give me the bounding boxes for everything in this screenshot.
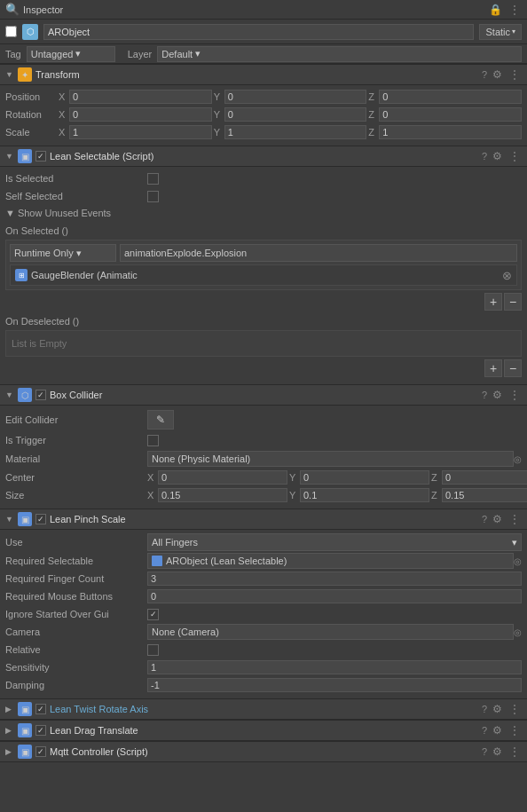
lean-pinch-settings-icon[interactable]: ⚙	[491, 512, 504, 526]
box-collider-enabled-checkbox[interactable]	[35, 390, 46, 400]
lean-pinch-help-icon[interactable]: ?	[482, 514, 487, 524]
req-selectable-field: ARObject (Lean Selectable)	[147, 553, 514, 569]
box-collider-settings-icon[interactable]: ⚙	[491, 388, 504, 402]
material-row: Material None (Physic Material) ◎	[5, 450, 522, 468]
camera-target-icon[interactable]: ◎	[514, 627, 522, 637]
lean-selectable-enabled-checkbox[interactable]	[35, 151, 46, 162]
lean-twist-section-header[interactable]: ▶ ▣ Lean Twist Rotate Axis ? ⚙ ⋮	[0, 698, 527, 720]
lean-pinch-enabled-checkbox[interactable]	[35, 514, 46, 524]
lean-drag-help-icon[interactable]: ?	[482, 725, 487, 736]
transform-settings-icon[interactable]: ⚙	[491, 67, 504, 82]
rotation-x-input[interactable]	[69, 107, 212, 122]
transform-section-header[interactable]: ▼ ✦ Transform ? ⚙ ⋮	[0, 64, 527, 85]
lean-drag-menu-icon[interactable]: ⋮	[507, 723, 522, 737]
lean-drag-icon: ▣	[18, 723, 32, 737]
lean-twist-enabled-checkbox[interactable]	[35, 704, 46, 714]
on-deselected-remove-button[interactable]: −	[504, 359, 522, 377]
rotation-y-input[interactable]	[224, 107, 367, 122]
object-active-checkbox[interactable]	[5, 26, 17, 37]
mqtt-settings-icon[interactable]: ⚙	[491, 745, 504, 759]
lean-selectable-settings-icon[interactable]: ⚙	[491, 149, 504, 163]
position-z-input[interactable]	[379, 90, 522, 104]
static-button[interactable]: Static ▾	[479, 24, 522, 40]
position-y-input[interactable]	[224, 90, 367, 104]
scale-x-label: X	[59, 127, 67, 138]
box-collider-section-header[interactable]: ▼ ⬡ Box Collider ? ⚙ ⋮	[0, 384, 527, 406]
req-selectable-label: Required Selectable	[5, 556, 147, 566]
show-unused-events-toggle[interactable]: ▼ Show Unused Events	[5, 206, 522, 220]
on-selected-add-button[interactable]: +	[484, 293, 502, 311]
req-mouse-input[interactable]	[147, 589, 522, 603]
scale-y-input[interactable]	[224, 125, 367, 139]
material-target-icon[interactable]: ◎	[514, 454, 522, 464]
menu-icon[interactable]: ⋮	[507, 3, 522, 17]
is-trigger-row: Is Trigger	[5, 432, 522, 448]
mqtt-help-icon[interactable]: ?	[482, 746, 487, 757]
runtime-only-dropdown[interactable]: Runtime Only ▾	[10, 244, 116, 262]
rotation-row: Rotation X Y Z	[5, 106, 522, 122]
use-dropdown[interactable]: All Fingers ▾	[147, 533, 522, 551]
is-trigger-checkbox[interactable]	[147, 435, 159, 446]
tag-dropdown[interactable]: Untagged ▾	[27, 46, 115, 62]
inspector-header-left: 🔍 Inspector	[5, 3, 63, 16]
rotation-z-input[interactable]	[379, 107, 522, 122]
transform-help-icon[interactable]: ?	[482, 69, 487, 80]
func-input[interactable]	[120, 244, 517, 262]
relative-checkbox[interactable]	[147, 644, 159, 656]
use-value: All Fingers	[152, 537, 509, 548]
rotation-z-item: Z	[368, 107, 522, 122]
lean-twist-help-icon[interactable]: ?	[482, 704, 487, 714]
lean-selectable-content: Is Selected Self Selected ▼ Show Unused …	[0, 167, 527, 384]
lean-pinch-menu-icon[interactable]: ⋮	[507, 512, 522, 526]
position-x-input[interactable]	[69, 90, 212, 104]
req-selectable-row: Required Selectable ARObject (Lean Selec…	[5, 553, 522, 569]
edit-collider-button[interactable]: ✎	[147, 410, 174, 430]
lean-drag-section-header[interactable]: ▶ ▣ Lean Drag Translate ? ⚙ ⋮	[0, 720, 527, 741]
box-collider-help-icon[interactable]: ?	[482, 390, 487, 400]
lock-icon[interactable]: 🔒	[487, 3, 504, 17]
lean-selectable-section-header[interactable]: ▼ ▣ Lean Selectable (Script) ? ⚙ ⋮	[0, 146, 527, 167]
ignore-gui-checkbox[interactable]	[147, 609, 159, 620]
lean-drag-enabled-checkbox[interactable]	[35, 725, 46, 736]
req-selectable-target-icon[interactable]: ◎	[514, 556, 522, 566]
handler-remove-icon[interactable]: ⊗	[502, 269, 512, 282]
center-y-input[interactable]	[300, 470, 429, 485]
lean-drag-settings-icon[interactable]: ⚙	[491, 723, 504, 737]
mqtt-enabled-checkbox[interactable]	[35, 746, 46, 757]
position-label: Position	[5, 91, 59, 102]
is-selected-checkbox[interactable]	[147, 173, 159, 185]
sensitivity-input[interactable]	[147, 660, 522, 674]
lean-selectable-title: Lean Selectable (Script)	[50, 151, 478, 162]
self-selected-checkbox[interactable]	[147, 191, 159, 202]
transform-menu-icon[interactable]: ⋮	[507, 67, 522, 82]
center-z-input[interactable]	[442, 470, 527, 485]
ignore-gui-label: Ignore Started Over Gui	[5, 609, 147, 619]
lean-drag-title: Lean Drag Translate	[50, 725, 478, 736]
scale-z-input[interactable]	[379, 125, 522, 139]
on-selected-label: On Selected ()	[5, 224, 522, 238]
object-name-input[interactable]	[43, 24, 474, 40]
scale-x-input[interactable]	[69, 125, 212, 139]
center-x-input[interactable]	[158, 470, 287, 485]
size-x-input[interactable]	[158, 488, 287, 502]
rotation-xyz: X Y Z	[59, 107, 522, 122]
on-deselected-add-button[interactable]: +	[484, 359, 502, 377]
req-finger-input[interactable]	[147, 572, 522, 586]
layer-dropdown[interactable]: Default ▾	[157, 46, 522, 62]
lean-pinch-section-header[interactable]: ▼ ▣ Lean Pinch Scale ? ⚙ ⋮	[0, 508, 527, 530]
lean-selectable-menu-icon[interactable]: ⋮	[507, 149, 522, 163]
box-collider-menu-icon[interactable]: ⋮	[507, 388, 522, 402]
box-collider-icon: ⬡	[18, 388, 32, 402]
mqtt-menu-icon[interactable]: ⋮	[507, 745, 522, 759]
size-y-input[interactable]	[300, 488, 429, 502]
mqtt-section-header[interactable]: ▶ ▣ Mqtt Controller (Script) ? ⚙ ⋮	[0, 741, 527, 762]
on-selected-remove-button[interactable]: −	[504, 293, 522, 311]
lean-twist-menu-icon[interactable]: ⋮	[507, 702, 522, 716]
use-label: Use	[5, 537, 147, 548]
size-z-item: Z	[431, 488, 527, 502]
size-z-input[interactable]	[442, 488, 527, 502]
lean-selectable-help-icon[interactable]: ?	[482, 151, 487, 162]
lean-twist-settings-icon[interactable]: ⚙	[491, 702, 504, 716]
damping-input[interactable]	[147, 678, 522, 692]
size-label: Size	[5, 490, 147, 501]
